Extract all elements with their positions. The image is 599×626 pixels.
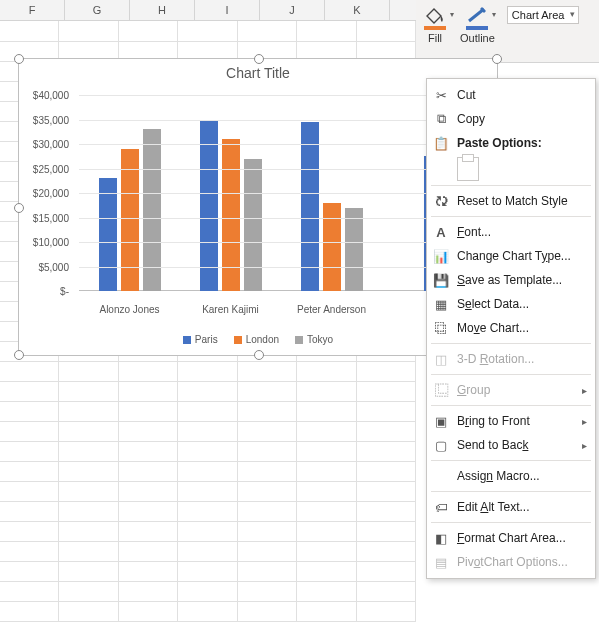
legend-item[interactable]: Tokyo bbox=[295, 334, 333, 345]
col-hdr[interactable]: I bbox=[195, 0, 260, 20]
reset-icon: 🗘 bbox=[433, 193, 449, 209]
submenu-arrow-icon: ▸ bbox=[582, 416, 587, 427]
pivot-icon: ▤ bbox=[433, 554, 449, 570]
outline-icon: ▾ bbox=[466, 6, 488, 24]
fill-icon: ▾ bbox=[424, 6, 446, 24]
menu-reset-style[interactable]: 🗘Reset to Match Style bbox=[427, 189, 595, 213]
col-hdr[interactable]: F bbox=[0, 0, 65, 20]
menu-3d-rotation: ◫3-D Rotation... bbox=[427, 347, 595, 371]
menu-change-chart-type[interactable]: 📊Change Chart Type... bbox=[427, 244, 595, 268]
paste-option-button[interactable] bbox=[457, 157, 479, 181]
col-hdr[interactable]: H bbox=[130, 0, 195, 20]
resize-handle[interactable] bbox=[14, 350, 24, 360]
outline-label: Outline bbox=[460, 32, 495, 44]
menu-assign-macro[interactable]: Assign Macro... bbox=[427, 464, 595, 488]
menu-edit-alt-text[interactable]: 🏷Edit Alt Text... bbox=[427, 495, 595, 519]
menu-bring-to-front[interactable]: ▣Bring to Front▸ bbox=[427, 409, 595, 433]
bar[interactable] bbox=[244, 159, 262, 291]
alt-text-icon: 🏷 bbox=[433, 499, 449, 515]
resize-handle[interactable] bbox=[254, 350, 264, 360]
menu-send-to-back[interactable]: ▢Send to Back▸ bbox=[427, 433, 595, 457]
chart-element-selector[interactable]: Chart Area bbox=[507, 6, 580, 24]
chart-context-menu: ✂Cut ⧉Copy 📋Paste Options: 🗘Reset to Mat… bbox=[426, 78, 596, 579]
bar[interactable] bbox=[345, 208, 363, 291]
bar[interactable] bbox=[200, 120, 218, 292]
fill-color-swatch bbox=[424, 26, 446, 30]
column-headers: F G H I J K bbox=[0, 0, 416, 21]
x-tick-label: Alonzo Jones bbox=[79, 304, 180, 315]
chart-format-ribbon: ▾ Fill ▾ Outline Chart Area bbox=[416, 0, 599, 63]
x-tick-label: Karen Kajimi bbox=[180, 304, 281, 315]
y-tick-label: $25,000 bbox=[33, 163, 69, 174]
x-tick-label: Peter Anderson bbox=[281, 304, 382, 315]
font-icon: A bbox=[433, 224, 449, 240]
y-tick-label: $35,000 bbox=[33, 114, 69, 125]
macro-icon bbox=[433, 468, 449, 484]
menu-cut[interactable]: ✂Cut bbox=[427, 83, 595, 107]
legend-item[interactable]: Paris bbox=[183, 334, 218, 345]
outline-button[interactable]: ▾ Outline bbox=[458, 4, 497, 46]
y-tick-label: $30,000 bbox=[33, 139, 69, 150]
menu-font[interactable]: AFont... bbox=[427, 220, 595, 244]
bar[interactable] bbox=[99, 178, 117, 291]
menu-select-data[interactable]: ▦Select Data... bbox=[427, 292, 595, 316]
menu-pivotchart-options: ▤PivotChart Options... bbox=[427, 550, 595, 574]
bring-front-icon: ▣ bbox=[433, 413, 449, 429]
resize-handle[interactable] bbox=[492, 54, 502, 64]
move-chart-icon: ⿻ bbox=[433, 320, 449, 336]
menu-save-template[interactable]: 💾Save as Template... bbox=[427, 268, 595, 292]
outline-color-swatch bbox=[466, 26, 488, 30]
fill-button[interactable]: ▾ Fill bbox=[422, 4, 448, 46]
menu-paste-options: 📋Paste Options: bbox=[427, 131, 595, 155]
chart-element-value: Chart Area bbox=[512, 9, 565, 21]
col-hdr[interactable]: G bbox=[65, 0, 130, 20]
x-axis[interactable]: Alonzo JonesKaren KajimiPeter AndersonLu bbox=[79, 304, 483, 315]
group-icon: ⿺ bbox=[433, 382, 449, 398]
bar[interactable] bbox=[121, 149, 139, 291]
legend-item[interactable]: London bbox=[234, 334, 279, 345]
chart-type-icon: 📊 bbox=[433, 248, 449, 264]
fill-label: Fill bbox=[428, 32, 442, 44]
y-tick-label: $40,000 bbox=[33, 90, 69, 101]
select-data-icon: ▦ bbox=[433, 296, 449, 312]
save-template-icon: 💾 bbox=[433, 272, 449, 288]
col-hdr[interactable]: K bbox=[325, 0, 390, 20]
y-tick-label: $15,000 bbox=[33, 212, 69, 223]
menu-format-chart-area[interactable]: ◧Format Chart Area... bbox=[427, 526, 595, 550]
menu-copy[interactable]: ⧉Copy bbox=[427, 107, 595, 131]
resize-handle[interactable] bbox=[14, 54, 24, 64]
bar[interactable] bbox=[222, 139, 240, 291]
y-tick-label: $5,000 bbox=[38, 261, 69, 272]
resize-handle[interactable] bbox=[254, 54, 264, 64]
y-axis[interactable]: $-$5,000$10,000$15,000$20,000$25,000$30,… bbox=[19, 95, 75, 291]
paste-icon: 📋 bbox=[433, 135, 449, 151]
format-icon: ◧ bbox=[433, 530, 449, 546]
submenu-arrow-icon: ▸ bbox=[582, 440, 587, 451]
submenu-arrow-icon: ▸ bbox=[582, 385, 587, 396]
y-tick-label: $10,000 bbox=[33, 237, 69, 248]
rotation-icon: ◫ bbox=[433, 351, 449, 367]
send-back-icon: ▢ bbox=[433, 437, 449, 453]
y-tick-label: $20,000 bbox=[33, 188, 69, 199]
plot-area[interactable] bbox=[79, 95, 483, 291]
y-tick-label: $- bbox=[60, 286, 69, 297]
bar[interactable] bbox=[323, 203, 341, 291]
cut-icon: ✂ bbox=[433, 87, 449, 103]
menu-move-chart[interactable]: ⿻Move Chart... bbox=[427, 316, 595, 340]
copy-icon: ⧉ bbox=[433, 111, 449, 127]
col-hdr[interactable]: J bbox=[260, 0, 325, 20]
menu-group: ⿺Group▸ bbox=[427, 378, 595, 402]
